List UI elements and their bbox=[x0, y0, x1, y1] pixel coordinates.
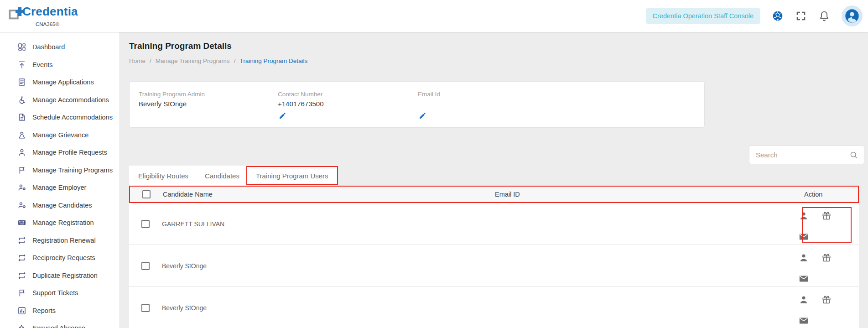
sidebar-item-schedule-accommodations[interactable]: Schedule Accommodations bbox=[0, 109, 120, 126]
tab-candidates[interactable]: Candidates bbox=[197, 166, 248, 186]
sidebar-item-manage-applications[interactable]: Manage Applications bbox=[0, 73, 120, 91]
sidebar-item-registration-renewal[interactable]: Registration Renewal bbox=[0, 232, 120, 250]
breadcrumb-separator: / bbox=[234, 57, 236, 64]
field-label: Training Program Admin bbox=[139, 91, 205, 98]
action-person-icon[interactable] bbox=[799, 211, 809, 221]
article-icon bbox=[17, 78, 26, 87]
sidebar-item-duplicate-registration[interactable]: Duplicate Registration bbox=[0, 267, 120, 285]
candidate-name: GARRETT SULLIVAN bbox=[162, 220, 224, 228]
sidebar-item-manage-grievance[interactable]: Manage Grievance bbox=[0, 126, 120, 144]
tab-training-program-users[interactable]: Training Program Users bbox=[248, 166, 337, 186]
sidebar-item-label: Reciprocity Requests bbox=[32, 254, 95, 261]
admin-card: Training Program AdminBeverly StOngeCont… bbox=[129, 81, 705, 128]
sidebar-item-label: Support Tickets bbox=[32, 289, 78, 297]
sidebar-item-dashboard[interactable]: Dashboard bbox=[0, 38, 120, 56]
action-redeem-icon[interactable] bbox=[821, 211, 832, 221]
flag-icon bbox=[17, 166, 26, 175]
sidebar-item-manage-registration[interactable]: Manage Registration bbox=[0, 214, 120, 232]
candidate-name-cell: Beverly StOnge bbox=[162, 245, 494, 286]
keyboard-icon bbox=[17, 218, 26, 227]
sidebar-item-manage-candidates[interactable]: Manage Candidates bbox=[0, 197, 120, 214]
sidebar-item-label: Excused Absence bbox=[32, 324, 85, 328]
action-mail-icon[interactable] bbox=[799, 274, 809, 284]
row-checkbox[interactable] bbox=[141, 220, 150, 228]
search-input[interactable] bbox=[755, 151, 849, 159]
repeat-icon bbox=[17, 271, 26, 280]
sidebar-item-excused-absence[interactable]: Excused Absence bbox=[0, 319, 120, 328]
sidebar-item-label: Manage Grievance bbox=[32, 131, 88, 139]
sidebar-item-support-tickets[interactable]: Support Tickets bbox=[0, 284, 120, 302]
sidebar-item-label: Manage Training Programs bbox=[32, 167, 113, 174]
field-value bbox=[418, 100, 440, 109]
table-row: Beverly StOnge bbox=[129, 245, 859, 287]
sidebar-item-label: Events bbox=[32, 61, 53, 68]
action-cell bbox=[786, 287, 859, 328]
accessible-icon bbox=[17, 95, 26, 104]
sidebar-item-events[interactable]: Events bbox=[0, 56, 120, 74]
analytics-icon bbox=[17, 306, 26, 315]
top-bar: Credentia CNA365® Credentia Operation St… bbox=[0, 0, 868, 32]
sidebar-item-manage-training-programs[interactable]: Manage Training Programs bbox=[0, 161, 120, 179]
action-buttons bbox=[799, 253, 841, 284]
candidate-name-cell: Beverly StOnge bbox=[162, 287, 494, 328]
field-value: +14017673500 bbox=[278, 100, 324, 109]
sidebar-item-manage-profile-requests[interactable]: Manage Profile Requests bbox=[0, 144, 120, 161]
upload-icon bbox=[17, 60, 26, 69]
sidebar-nav: DashboardEventsManage ApplicationsManage… bbox=[0, 32, 120, 328]
edit-pencil-icon[interactable] bbox=[419, 112, 426, 120]
sidebar-item-manage-accommodations[interactable]: Manage Accommodations bbox=[0, 91, 120, 109]
candidate-name: Beverly StOnge bbox=[162, 262, 207, 270]
sidebar-item-label: Manage Applications bbox=[32, 78, 94, 86]
email-cell bbox=[494, 203, 786, 245]
field-label: Contact Number bbox=[278, 91, 324, 98]
action-header: Action bbox=[785, 187, 858, 202]
globe-icon[interactable] bbox=[772, 10, 784, 22]
repeat-icon bbox=[17, 236, 26, 245]
tab-label: Training Program Users bbox=[256, 172, 328, 180]
tab-eligibility-routes[interactable]: Eligibility Routes bbox=[130, 166, 197, 186]
notifications-bell-icon[interactable] bbox=[818, 10, 830, 22]
sidebar-item-label: Manage Employer bbox=[32, 184, 86, 191]
sidebar-item-label: Manage Accommodations bbox=[32, 96, 109, 104]
sidebar-item-reports[interactable]: Reports bbox=[0, 302, 120, 320]
person-icon bbox=[17, 148, 26, 157]
action-buttons bbox=[799, 211, 841, 242]
card-field-training-program-admin: Training Program AdminBeverly StOnge bbox=[139, 91, 205, 109]
search-box bbox=[749, 146, 864, 164]
person-gear-icon bbox=[17, 183, 26, 192]
breadcrumb-separator: / bbox=[150, 57, 151, 64]
table-body: GARRETT SULLIVANBeverly StOngeBeverly St… bbox=[129, 203, 859, 328]
page-title: Training Program Details bbox=[129, 41, 232, 51]
brand-subtitle: CNA365® bbox=[36, 21, 59, 27]
file-icon bbox=[17, 113, 26, 122]
candidate-name-header: Candidate Name bbox=[163, 191, 495, 198]
row-checkbox[interactable] bbox=[141, 262, 150, 270]
edit-pencil-icon[interactable] bbox=[279, 112, 286, 120]
sidebar-item-label: Manage Candidates bbox=[32, 202, 92, 209]
action-mail-icon[interactable] bbox=[799, 232, 809, 242]
action-person-icon[interactable] bbox=[799, 253, 809, 263]
console-badge: Credentia Operation Staff Console bbox=[646, 8, 760, 24]
action-person-icon[interactable] bbox=[799, 295, 809, 305]
breadcrumb-item-home[interactable]: Home bbox=[129, 57, 146, 64]
table-header-row: Candidate Name Email ID Action bbox=[129, 186, 859, 203]
account-avatar[interactable] bbox=[842, 5, 863, 26]
action-mail-icon[interactable] bbox=[799, 316, 809, 326]
row-checkbox[interactable] bbox=[141, 304, 150, 312]
select-all-checkbox[interactable] bbox=[142, 190, 151, 198]
search-icon[interactable] bbox=[849, 151, 858, 160]
breadcrumb-item-training-program-details: Training Program Details bbox=[239, 57, 307, 64]
action-redeem-icon[interactable] bbox=[821, 295, 832, 305]
breadcrumb-item-manage-training-programs[interactable]: Manage Training Programs bbox=[156, 57, 230, 64]
email-cell bbox=[494, 287, 786, 328]
sidebar-item-label: Reports bbox=[32, 307, 56, 314]
fullscreen-icon[interactable] bbox=[795, 10, 807, 22]
sidebar-item-label: Registration Renewal bbox=[32, 237, 96, 244]
email-cell bbox=[494, 245, 786, 286]
action-redeem-icon[interactable] bbox=[821, 253, 832, 263]
breadcrumb: Home/Manage Training Programs/Training P… bbox=[129, 57, 307, 64]
sidebar-item-reciprocity-requests[interactable]: Reciprocity Requests bbox=[0, 249, 120, 267]
row-select-cell bbox=[129, 287, 162, 328]
app-window: Credentia CNA365® Credentia Operation St… bbox=[0, 0, 868, 328]
sidebar-item-manage-employer[interactable]: Manage Employer bbox=[0, 179, 120, 197]
